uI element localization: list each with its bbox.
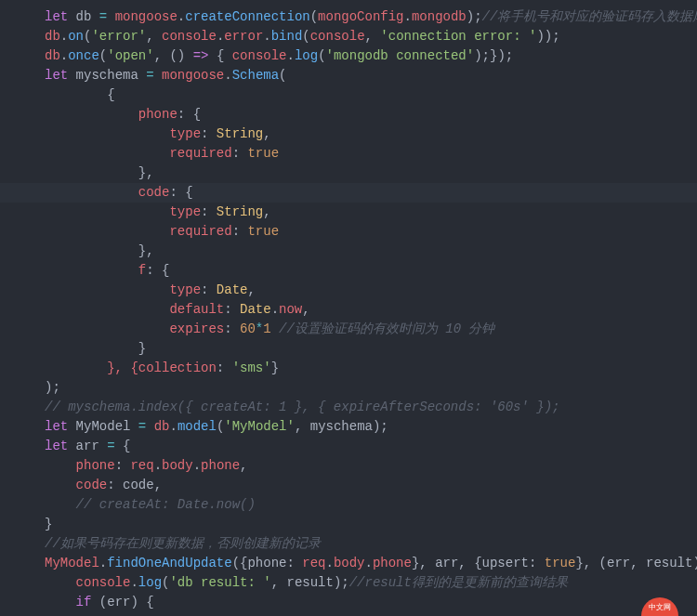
code-line: } (45, 515, 697, 534)
code-line: }, (45, 242, 697, 261)
code-line-highlighted: code: { (0, 183, 697, 203)
code-line: phone: req.body.phone, (45, 456, 697, 476)
code-line: let myschema = mongoose.Schema( (45, 66, 697, 85)
code-line: }, (45, 164, 697, 183)
code-line: code: code, (45, 476, 697, 495)
code-line: type: String, (45, 125, 697, 144)
code-line: expires: 60*1 //设置验证码的有效时间为 10 分钟 (45, 320, 697, 339)
code-line: console.log('db result: ', result);//res… (45, 573, 697, 593)
code-line: let MyModel = db.model('MyModel', mysche… (45, 417, 697, 437)
code-line: ); (45, 378, 697, 398)
code-line: default: Date.now, (45, 300, 697, 320)
code-line: db.on('error', console.error.bind(consol… (45, 27, 697, 46)
code-line: f: { (45, 261, 697, 281)
code-line: required: true (45, 222, 697, 242)
code-line: if (err) { (45, 593, 697, 612)
code-line: } (45, 339, 697, 359)
code-line: let arr = { (45, 437, 697, 456)
code-line: type: String, (45, 203, 697, 222)
code-editor[interactable]: let db = mongoose.createConnection(mongo… (45, 7, 697, 612)
code-line: // myschema.index({ createAt: 1 }, { exp… (45, 398, 697, 417)
code-line: { (45, 85, 697, 105)
code-line: required: true (45, 144, 697, 164)
code-line: let db = mongoose.createConnection(mongo… (45, 7, 697, 27)
code-line: MyModel.findOneAndUpdate({phone: req.bod… (45, 554, 697, 573)
code-line: // createAt: Date.now() (45, 495, 697, 515)
code-line: type: Date, (45, 281, 697, 300)
code-line: phone: { (45, 105, 697, 125)
code-line: //如果号码存在则更新数据，否则创建新的记录 (45, 534, 697, 554)
code-line: db.once('open', () => { console.log('mon… (45, 46, 697, 66)
code-line: }, {collection: 'sms'} (45, 359, 697, 378)
